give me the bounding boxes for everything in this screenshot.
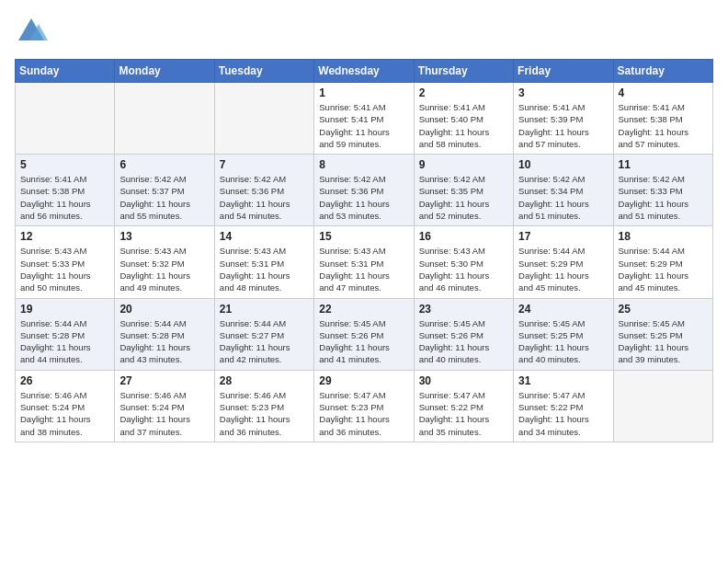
- day-info: Sunrise: 5:44 AM Sunset: 5:28 PM Dayligh…: [119, 317, 209, 366]
- day-number: 2: [419, 86, 508, 99]
- calendar-cell: 12Sunrise: 5:43 AM Sunset: 5:33 PM Dayli…: [16, 226, 115, 298]
- day-number: 7: [220, 158, 309, 171]
- calendar-cell: 7Sunrise: 5:42 AM Sunset: 5:36 PM Daylig…: [214, 155, 313, 226]
- day-number: 1: [319, 86, 408, 99]
- day-info: Sunrise: 5:42 AM Sunset: 5:33 PM Dayligh…: [619, 173, 708, 222]
- calendar-cell: [115, 83, 214, 155]
- day-info: Sunrise: 5:43 AM Sunset: 5:31 PM Dayligh…: [220, 245, 309, 293]
- column-header-thursday: Thursday: [414, 60, 513, 83]
- day-number: 13: [119, 230, 209, 243]
- calendar-cell: 4Sunrise: 5:41 AM Sunset: 5:38 PM Daylig…: [613, 83, 712, 155]
- day-number: 12: [20, 230, 109, 243]
- calendar-cell: 18Sunrise: 5:44 AM Sunset: 5:29 PM Dayli…: [613, 226, 712, 298]
- day-number: 18: [619, 230, 708, 243]
- calendar-cell: 6Sunrise: 5:42 AM Sunset: 5:37 PM Daylig…: [115, 155, 214, 226]
- day-info: Sunrise: 5:46 AM Sunset: 5:24 PM Dayligh…: [20, 389, 109, 438]
- day-number: 8: [319, 158, 408, 171]
- day-number: 30: [419, 374, 508, 387]
- day-info: Sunrise: 5:46 AM Sunset: 5:23 PM Dayligh…: [220, 389, 309, 438]
- calendar-cell: 5Sunrise: 5:41 AM Sunset: 5:38 PM Daylig…: [16, 155, 115, 226]
- day-info: Sunrise: 5:43 AM Sunset: 5:33 PM Dayligh…: [20, 245, 109, 293]
- column-header-friday: Friday: [514, 60, 613, 83]
- day-info: Sunrise: 5:47 AM Sunset: 5:23 PM Dayligh…: [319, 389, 408, 438]
- day-number: 15: [319, 230, 408, 243]
- day-info: Sunrise: 5:41 AM Sunset: 5:40 PM Dayligh…: [419, 101, 508, 150]
- calendar-table: SundayMondayTuesdayWednesdayThursdayFrid…: [15, 59, 713, 442]
- calendar-cell: 10Sunrise: 5:42 AM Sunset: 5:34 PM Dayli…: [514, 155, 613, 226]
- day-number: 14: [220, 230, 309, 243]
- day-number: 28: [220, 374, 309, 387]
- day-info: Sunrise: 5:44 AM Sunset: 5:28 PM Dayligh…: [20, 317, 109, 366]
- day-info: Sunrise: 5:43 AM Sunset: 5:32 PM Dayligh…: [119, 245, 209, 293]
- day-info: Sunrise: 5:41 AM Sunset: 5:39 PM Dayligh…: [518, 101, 608, 150]
- calendar-cell: [613, 370, 712, 442]
- logo-icon: [15, 15, 48, 48]
- calendar-cell: 24Sunrise: 5:45 AM Sunset: 5:25 PM Dayli…: [514, 298, 613, 370]
- calendar-cell: 15Sunrise: 5:43 AM Sunset: 5:31 PM Dayli…: [314, 226, 414, 298]
- day-info: Sunrise: 5:42 AM Sunset: 5:34 PM Dayligh…: [518, 173, 608, 222]
- day-number: 22: [319, 303, 408, 316]
- day-info: Sunrise: 5:41 AM Sunset: 5:38 PM Dayligh…: [20, 173, 109, 222]
- week-row-2: 5Sunrise: 5:41 AM Sunset: 5:38 PM Daylig…: [16, 155, 713, 226]
- header-row: SundayMondayTuesdayWednesdayThursdayFrid…: [16, 60, 713, 83]
- week-row-4: 19Sunrise: 5:44 AM Sunset: 5:28 PM Dayli…: [16, 298, 713, 370]
- day-number: 5: [20, 158, 109, 171]
- calendar-cell: 20Sunrise: 5:44 AM Sunset: 5:28 PM Dayli…: [115, 298, 214, 370]
- column-header-saturday: Saturday: [613, 60, 712, 83]
- calendar-cell: 16Sunrise: 5:43 AM Sunset: 5:30 PM Dayli…: [414, 226, 513, 298]
- day-info: Sunrise: 5:41 AM Sunset: 5:38 PM Dayligh…: [619, 101, 708, 150]
- day-info: Sunrise: 5:45 AM Sunset: 5:26 PM Dayligh…: [419, 317, 508, 366]
- day-number: 11: [619, 158, 708, 171]
- calendar-cell: 11Sunrise: 5:42 AM Sunset: 5:33 PM Dayli…: [613, 155, 712, 226]
- day-info: Sunrise: 5:42 AM Sunset: 5:37 PM Dayligh…: [119, 173, 209, 222]
- calendar-cell: 3Sunrise: 5:41 AM Sunset: 5:39 PM Daylig…: [514, 83, 613, 155]
- day-info: Sunrise: 5:45 AM Sunset: 5:25 PM Dayligh…: [518, 317, 608, 366]
- day-number: 29: [319, 374, 408, 387]
- calendar-cell: 8Sunrise: 5:42 AM Sunset: 5:36 PM Daylig…: [314, 155, 414, 226]
- day-info: Sunrise: 5:46 AM Sunset: 5:24 PM Dayligh…: [119, 389, 209, 438]
- day-info: Sunrise: 5:44 AM Sunset: 5:29 PM Dayligh…: [518, 245, 608, 293]
- day-number: 31: [518, 374, 608, 387]
- calendar-cell: [214, 83, 313, 155]
- day-info: Sunrise: 5:45 AM Sunset: 5:26 PM Dayligh…: [319, 317, 408, 366]
- calendar-cell: 2Sunrise: 5:41 AM Sunset: 5:40 PM Daylig…: [414, 83, 513, 155]
- column-header-tuesday: Tuesday: [214, 60, 313, 83]
- day-number: 3: [518, 86, 608, 99]
- week-row-1: 1Sunrise: 5:41 AM Sunset: 5:41 PM Daylig…: [16, 83, 713, 155]
- calendar-cell: 29Sunrise: 5:47 AM Sunset: 5:23 PM Dayli…: [314, 370, 414, 442]
- day-number: 16: [419, 230, 508, 243]
- calendar-cell: 14Sunrise: 5:43 AM Sunset: 5:31 PM Dayli…: [214, 226, 313, 298]
- calendar-cell: 13Sunrise: 5:43 AM Sunset: 5:32 PM Dayli…: [115, 226, 214, 298]
- day-info: Sunrise: 5:41 AM Sunset: 5:41 PM Dayligh…: [319, 101, 408, 150]
- column-header-sunday: Sunday: [16, 60, 115, 83]
- day-number: 26: [20, 374, 109, 387]
- page-header: [15, 15, 713, 48]
- day-number: 23: [419, 303, 508, 316]
- day-info: Sunrise: 5:43 AM Sunset: 5:31 PM Dayligh…: [319, 245, 408, 293]
- calendar-cell: 26Sunrise: 5:46 AM Sunset: 5:24 PM Dayli…: [16, 370, 115, 442]
- day-number: 4: [619, 86, 708, 99]
- day-number: 10: [518, 158, 608, 171]
- day-number: 24: [518, 303, 608, 316]
- week-row-5: 26Sunrise: 5:46 AM Sunset: 5:24 PM Dayli…: [16, 370, 713, 442]
- day-number: 27: [119, 374, 209, 387]
- day-info: Sunrise: 5:42 AM Sunset: 5:36 PM Dayligh…: [319, 173, 408, 222]
- day-number: 6: [119, 158, 209, 171]
- calendar-cell: [16, 83, 115, 155]
- calendar-cell: 31Sunrise: 5:47 AM Sunset: 5:22 PM Dayli…: [514, 370, 613, 442]
- day-number: 9: [419, 158, 508, 171]
- day-number: 17: [518, 230, 608, 243]
- calendar-cell: 17Sunrise: 5:44 AM Sunset: 5:29 PM Dayli…: [514, 226, 613, 298]
- day-info: Sunrise: 5:44 AM Sunset: 5:29 PM Dayligh…: [619, 245, 708, 293]
- day-info: Sunrise: 5:47 AM Sunset: 5:22 PM Dayligh…: [518, 389, 608, 438]
- day-info: Sunrise: 5:45 AM Sunset: 5:25 PM Dayligh…: [619, 317, 708, 366]
- calendar-cell: 30Sunrise: 5:47 AM Sunset: 5:22 PM Dayli…: [414, 370, 513, 442]
- day-number: 25: [619, 303, 708, 316]
- calendar-cell: 27Sunrise: 5:46 AM Sunset: 5:24 PM Dayli…: [115, 370, 214, 442]
- calendar-cell: 23Sunrise: 5:45 AM Sunset: 5:26 PM Dayli…: [414, 298, 513, 370]
- day-info: Sunrise: 5:47 AM Sunset: 5:22 PM Dayligh…: [419, 389, 508, 438]
- calendar-cell: 22Sunrise: 5:45 AM Sunset: 5:26 PM Dayli…: [314, 298, 414, 370]
- day-number: 19: [20, 303, 109, 316]
- calendar-cell: 21Sunrise: 5:44 AM Sunset: 5:27 PM Dayli…: [214, 298, 313, 370]
- calendar-cell: 1Sunrise: 5:41 AM Sunset: 5:41 PM Daylig…: [314, 83, 414, 155]
